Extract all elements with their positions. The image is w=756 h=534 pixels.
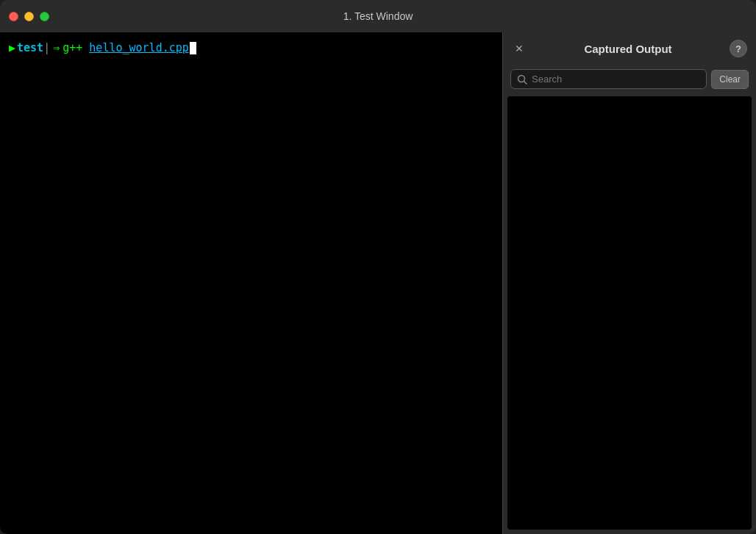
main-content: ▶ test | ⇒ g++ hello_world.cpp ✕ Capture… xyxy=(0,32,756,534)
prompt-command: g++ xyxy=(63,40,82,57)
traffic-lights xyxy=(9,12,49,21)
captured-help-button[interactable]: ? xyxy=(730,40,747,57)
cursor xyxy=(190,42,196,54)
search-icon xyxy=(517,74,527,85)
terminal-panel[interactable]: ▶ test | ⇒ g++ hello_world.cpp xyxy=(0,32,502,534)
captured-close-button[interactable]: ✕ xyxy=(512,41,527,56)
prompt-filename: hello_world.cpp xyxy=(89,40,188,57)
prompt-separator: | xyxy=(43,40,50,57)
captured-header: ✕ Captured Output ? xyxy=(503,32,756,65)
captured-output-area xyxy=(507,96,752,530)
minimize-button[interactable] xyxy=(24,12,34,21)
terminal-line: ▶ test | ⇒ g++ hello_world.cpp xyxy=(9,40,493,57)
maximize-button[interactable] xyxy=(40,12,49,21)
search-input-wrapper xyxy=(510,69,707,89)
close-button[interactable] xyxy=(9,12,18,21)
captured-panel: ✕ Captured Output ? Clear xyxy=(502,32,756,534)
title-bar: 1. Test Window xyxy=(0,0,756,32)
arrow-symbol: ⇒ xyxy=(53,40,60,57)
search-input[interactable] xyxy=(532,74,700,85)
prompt-arrow: ▶ xyxy=(9,40,15,57)
svg-line-1 xyxy=(524,81,527,84)
clear-button[interactable]: Clear xyxy=(711,70,749,89)
prompt-dir: test xyxy=(17,40,43,57)
captured-title: Captured Output xyxy=(532,43,724,55)
window-title: 1. Test Window xyxy=(343,10,413,22)
main-window: 1. Test Window ▶ test | ⇒ g++ hello_worl… xyxy=(0,0,756,534)
search-bar: Clear xyxy=(503,65,756,93)
space xyxy=(82,40,89,57)
